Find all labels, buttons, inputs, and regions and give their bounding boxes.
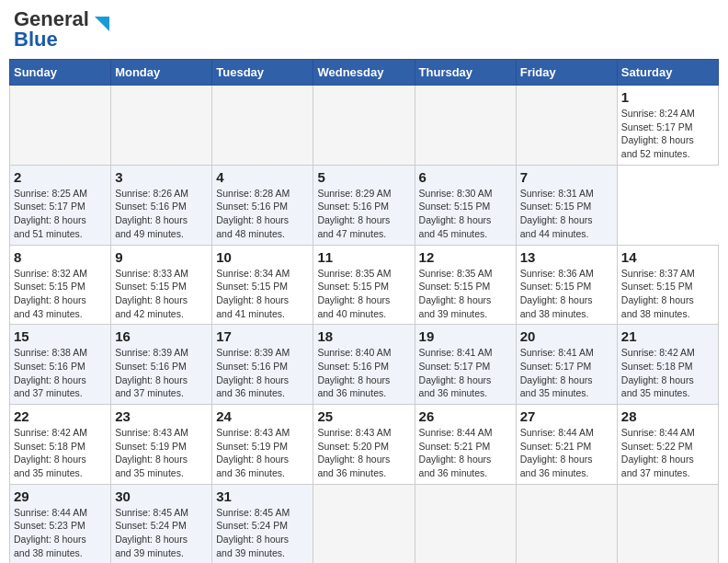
day-number: 31 [216,488,309,504]
day-number: 12 [419,249,512,265]
calendar-cell: 1Sunrise: 8:24 AM Sunset: 5:17 PM Daylig… [617,86,718,166]
calendar-cell: 9Sunrise: 8:33 AM Sunset: 5:15 PM Daylig… [111,245,212,325]
day-number: 18 [317,328,410,344]
day-info: Sunrise: 8:38 AM Sunset: 5:16 PM Dayligh… [14,346,107,400]
day-info: Sunrise: 8:41 AM Sunset: 5:17 PM Dayligh… [419,346,512,400]
day-info: Sunrise: 8:45 AM Sunset: 5:24 PM Dayligh… [216,506,309,560]
day-info: Sunrise: 8:40 AM Sunset: 5:16 PM Dayligh… [317,346,410,400]
calendar-week-row: 1Sunrise: 8:24 AM Sunset: 5:17 PM Daylig… [10,86,719,166]
day-info: Sunrise: 8:35 AM Sunset: 5:15 PM Dayligh… [317,267,410,321]
calendar-cell [617,484,718,563]
calendar-cell: 2Sunrise: 8:25 AM Sunset: 5:17 PM Daylig… [10,165,111,245]
day-number: 22 [14,408,107,424]
day-number: 16 [115,328,208,344]
calendar-cell: 20Sunrise: 8:41 AM Sunset: 5:17 PM Dayli… [516,325,617,405]
calendar-cell [111,86,212,166]
column-header-sunday: Sunday [10,60,111,86]
day-number: 24 [216,408,309,424]
day-number: 7 [520,169,613,185]
day-info: Sunrise: 8:28 AM Sunset: 5:16 PM Dayligh… [216,187,309,241]
day-number: 23 [115,408,208,424]
day-info: Sunrise: 8:44 AM Sunset: 5:22 PM Dayligh… [621,426,714,480]
calendar-cell: 6Sunrise: 8:30 AM Sunset: 5:15 PM Daylig… [415,165,516,245]
day-number: 8 [14,249,107,265]
day-number: 13 [520,249,613,265]
day-info: Sunrise: 8:26 AM Sunset: 5:16 PM Dayligh… [115,187,208,241]
calendar-cell: 22Sunrise: 8:42 AM Sunset: 5:18 PM Dayli… [10,405,111,485]
day-info: Sunrise: 8:43 AM Sunset: 5:19 PM Dayligh… [216,426,309,480]
column-header-tuesday: Tuesday [212,60,313,86]
column-header-saturday: Saturday [617,60,718,86]
day-info: Sunrise: 8:29 AM Sunset: 5:16 PM Dayligh… [317,187,410,241]
calendar-cell: 18Sunrise: 8:40 AM Sunset: 5:16 PM Dayli… [313,325,415,405]
calendar-cell: 26Sunrise: 8:44 AM Sunset: 5:21 PM Dayli… [415,405,516,485]
calendar-cell: 21Sunrise: 8:42 AM Sunset: 5:18 PM Dayli… [617,325,718,405]
day-number: 17 [216,328,309,344]
day-number: 10 [216,249,309,265]
day-info: Sunrise: 8:41 AM Sunset: 5:17 PM Dayligh… [520,346,613,400]
day-number: 20 [520,328,613,344]
calendar-cell: 31Sunrise: 8:45 AM Sunset: 5:24 PM Dayli… [212,484,313,563]
calendar-cell [415,86,516,166]
logo-arrow-icon [91,13,111,33]
day-info: Sunrise: 8:43 AM Sunset: 5:20 PM Dayligh… [317,426,410,480]
calendar-cell: 10Sunrise: 8:34 AM Sunset: 5:15 PM Dayli… [212,245,313,325]
day-info: Sunrise: 8:44 AM Sunset: 5:23 PM Dayligh… [14,506,107,560]
calendar-cell [313,484,415,563]
calendar-cell [212,86,313,166]
day-info: Sunrise: 8:24 AM Sunset: 5:17 PM Dayligh… [621,107,714,161]
day-number: 6 [419,169,512,185]
column-header-thursday: Thursday [415,60,516,86]
calendar-cell: 23Sunrise: 8:43 AM Sunset: 5:19 PM Dayli… [111,405,212,485]
svg-marker-0 [95,17,109,31]
day-number: 30 [115,488,208,504]
day-info: Sunrise: 8:39 AM Sunset: 5:16 PM Dayligh… [115,346,208,400]
calendar-cell: 5Sunrise: 8:29 AM Sunset: 5:16 PM Daylig… [313,165,415,245]
day-number: 28 [621,408,714,424]
day-info: Sunrise: 8:25 AM Sunset: 5:17 PM Dayligh… [14,187,107,241]
calendar-cell: 27Sunrise: 8:44 AM Sunset: 5:21 PM Dayli… [516,405,617,485]
calendar-cell: 29Sunrise: 8:44 AM Sunset: 5:23 PM Dayli… [10,484,111,563]
day-number: 11 [317,249,410,265]
day-number: 26 [419,408,512,424]
day-info: Sunrise: 8:44 AM Sunset: 5:21 PM Dayligh… [520,426,613,480]
day-info: Sunrise: 8:43 AM Sunset: 5:19 PM Dayligh… [115,426,208,480]
calendar-cell: 19Sunrise: 8:41 AM Sunset: 5:17 PM Dayli… [415,325,516,405]
calendar-cell: 28Sunrise: 8:44 AM Sunset: 5:22 PM Dayli… [617,405,718,485]
day-info: Sunrise: 8:30 AM Sunset: 5:15 PM Dayligh… [419,187,512,241]
calendar-cell: 24Sunrise: 8:43 AM Sunset: 5:19 PM Dayli… [212,405,313,485]
day-number: 2 [14,169,107,185]
calendar-cell: 4Sunrise: 8:28 AM Sunset: 5:16 PM Daylig… [212,165,313,245]
logo: General Blue [14,9,111,50]
day-number: 9 [115,249,208,265]
day-number: 29 [14,488,107,504]
calendar-cell: 8Sunrise: 8:32 AM Sunset: 5:15 PM Daylig… [10,245,111,325]
calendar-header-row: SundayMondayTuesdayWednesdayThursdayFrid… [10,60,719,86]
calendar-cell: 16Sunrise: 8:39 AM Sunset: 5:16 PM Dayli… [111,325,212,405]
day-number: 21 [621,328,714,344]
day-number: 27 [520,408,613,424]
page-header: General Blue [9,9,719,50]
calendar-cell: 12Sunrise: 8:35 AM Sunset: 5:15 PM Dayli… [415,245,516,325]
calendar-body: 1Sunrise: 8:24 AM Sunset: 5:17 PM Daylig… [10,86,719,564]
day-info: Sunrise: 8:32 AM Sunset: 5:15 PM Dayligh… [14,267,107,321]
logo-text: General Blue [14,9,89,50]
calendar-cell: 7Sunrise: 8:31 AM Sunset: 5:15 PM Daylig… [516,165,617,245]
day-number: 15 [14,328,107,344]
day-number: 3 [115,169,208,185]
calendar-cell: 13Sunrise: 8:36 AM Sunset: 5:15 PM Dayli… [516,245,617,325]
calendar-cell [10,86,111,166]
calendar-cell: 30Sunrise: 8:45 AM Sunset: 5:24 PM Dayli… [111,484,212,563]
calendar-cell: 17Sunrise: 8:39 AM Sunset: 5:16 PM Dayli… [212,325,313,405]
day-info: Sunrise: 8:33 AM Sunset: 5:15 PM Dayligh… [115,267,208,321]
day-info: Sunrise: 8:45 AM Sunset: 5:24 PM Dayligh… [115,506,208,560]
calendar-cell [415,484,516,563]
calendar-cell: 15Sunrise: 8:38 AM Sunset: 5:16 PM Dayli… [10,325,111,405]
day-info: Sunrise: 8:37 AM Sunset: 5:15 PM Dayligh… [621,267,714,321]
column-header-wednesday: Wednesday [313,60,415,86]
calendar-week-row: 29Sunrise: 8:44 AM Sunset: 5:23 PM Dayli… [10,484,719,563]
calendar-cell [516,484,617,563]
day-info: Sunrise: 8:35 AM Sunset: 5:15 PM Dayligh… [419,267,512,321]
day-info: Sunrise: 8:39 AM Sunset: 5:16 PM Dayligh… [216,346,309,400]
day-info: Sunrise: 8:31 AM Sunset: 5:15 PM Dayligh… [520,187,613,241]
